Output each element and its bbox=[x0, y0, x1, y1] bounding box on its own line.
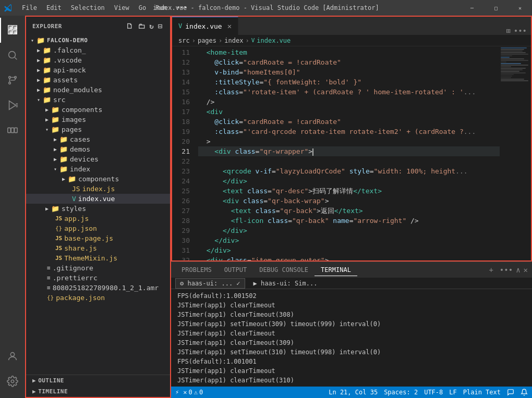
terminal-haas-tab1[interactable]: ⚙ haas-ui: ... ✓ bbox=[175, 278, 245, 289]
tree-item-cases[interactable]: ▶ 📁 cases bbox=[26, 134, 170, 144]
breadcrumb-pages[interactable]: pages bbox=[198, 37, 216, 44]
panel-maximize-icon[interactable]: ∧ bbox=[516, 266, 520, 274]
status-spaces[interactable]: Spaces: 2 bbox=[384, 389, 418, 396]
tree-item-falcon[interactable]: ▶ 📁 .falcon_ bbox=[26, 45, 170, 55]
tab-label: index.vue bbox=[185, 22, 222, 30]
panel-more-button[interactable]: ••• bbox=[500, 266, 513, 274]
tree-item-vscode[interactable]: ▶ 📁 .vscode bbox=[26, 55, 170, 65]
tree-item-devices[interactable]: ▶ 📁 devices bbox=[26, 154, 170, 164]
activity-search[interactable] bbox=[0, 43, 25, 68]
terminal-subtabs: ⚙ haas-ui: ... ✓ ▶ haas-ui: Sim... bbox=[171, 278, 532, 289]
refresh-icon[interactable]: ↻ bbox=[148, 21, 155, 31]
tab-close-button[interactable]: ✕ bbox=[227, 22, 232, 30]
remote-icon: ⚡ bbox=[175, 389, 179, 396]
tree-item-gitignore[interactable]: ▶ ≡ .gitignore bbox=[26, 263, 170, 273]
status-notifications-icon[interactable] bbox=[521, 389, 528, 396]
tree-item-components[interactable]: ▶ 📁 components bbox=[26, 105, 170, 115]
menu-selection[interactable]: Selection bbox=[67, 3, 109, 13]
tree-item-assets[interactable]: ▶ 📁 assets bbox=[26, 75, 170, 85]
panel-tab-debug[interactable]: DEBUG CONSOLE bbox=[253, 264, 315, 276]
outline-section[interactable]: ▶ OUTLINE bbox=[26, 375, 170, 386]
window-title: index.vue - falcon-demo - Visual Studio … bbox=[153, 4, 379, 11]
activity-extensions[interactable] bbox=[0, 118, 25, 143]
warning-icon: ⚠ bbox=[194, 389, 198, 396]
menu-edit[interactable]: Edit bbox=[42, 3, 66, 13]
maximize-button[interactable]: □ bbox=[484, 0, 508, 16]
tree-label: api-mock bbox=[53, 66, 86, 74]
panel-close-icon[interactable]: ✕ bbox=[524, 266, 528, 274]
activity-account[interactable] bbox=[0, 344, 25, 369]
menu-file[interactable]: File bbox=[18, 3, 41, 13]
tree-label: src bbox=[53, 96, 65, 104]
tab-bar: V index.vue ✕ ⊞ ••• bbox=[172, 17, 531, 35]
tree-item-api-mock[interactable]: ▶ 📁 api-mock bbox=[26, 65, 170, 75]
tree-item-base-page-js[interactable]: ▶ JS base-page.js bbox=[26, 233, 170, 243]
activity-source-control[interactable] bbox=[0, 68, 25, 93]
activity-run[interactable] bbox=[0, 93, 25, 118]
tree-item-styles[interactable]: ▶ 📁 styles bbox=[26, 204, 170, 214]
menu-view[interactable]: View bbox=[110, 3, 134, 13]
tree-item-index-components[interactable]: ▶ 📁 components bbox=[26, 174, 170, 184]
new-folder-icon[interactable]: 🗀 bbox=[137, 21, 147, 31]
tree-item-app-js[interactable]: ▶ JS app.js bbox=[26, 214, 170, 223]
terminal-line: JSTimer(app1) clearTimeout(309) bbox=[177, 338, 526, 347]
activity-explorer[interactable] bbox=[0, 18, 25, 43]
collapse-all-icon[interactable]: ⊟ bbox=[157, 21, 164, 31]
activity-settings[interactable] bbox=[0, 369, 25, 394]
tree-item-app-json[interactable]: ▶ {} app.json bbox=[26, 223, 170, 233]
panel-add-button[interactable]: + bbox=[486, 265, 496, 275]
status-eol[interactable]: LF bbox=[449, 389, 456, 396]
panel-tab-terminal[interactable]: TERMINAL bbox=[315, 264, 357, 276]
tree-item-prettierrc[interactable]: ▶ ≡ .prettierrc bbox=[26, 273, 170, 283]
tree-item-theme-mixin-js[interactable]: ▶ JS ThemeMixin.js bbox=[26, 253, 170, 263]
terminal-content[interactable]: FPS(default):1.001502 JSTimer(app1) clea… bbox=[171, 289, 532, 387]
tree-item-demos[interactable]: ▶ 📁 demos bbox=[26, 144, 170, 154]
terminal-line: JSTimer(app1) clearTimeout bbox=[177, 301, 526, 310]
explorer-title: EXPLORER bbox=[32, 23, 62, 30]
tree-item-index-vue[interactable]: ▶ V index.vue bbox=[26, 194, 170, 204]
code-content[interactable]: <home-item @click="cardRoate = !cardRoat… bbox=[194, 46, 500, 260]
vscode-logo bbox=[4, 4, 13, 12]
tree-root[interactable]: ▾ 📁 FALCON-DEMO bbox=[26, 35, 170, 45]
tree-item-index-js[interactable]: ▶ JS index.js bbox=[26, 184, 170, 194]
tree-item-node-modules[interactable]: ▶ 📁 node_modules bbox=[26, 85, 170, 95]
minimize-button[interactable]: ─ bbox=[460, 0, 484, 16]
status-encoding[interactable]: UTF-8 bbox=[424, 389, 443, 396]
tree-item-amr[interactable]: ▶ ≡ 8080251822789980.1_2_1.amr bbox=[26, 283, 170, 293]
tree-item-pages[interactable]: ▾ 📁 pages bbox=[26, 125, 170, 134]
breadcrumb-file[interactable]: index.vue bbox=[257, 37, 291, 44]
new-file-icon[interactable]: 🗋 bbox=[125, 21, 135, 31]
tree-item-src[interactable]: ▾ 📁 src bbox=[26, 95, 170, 105]
tree-item-images[interactable]: ▶ 📁 images bbox=[26, 115, 170, 125]
tree-item-index[interactable]: ▾ 📁 index bbox=[26, 164, 170, 174]
split-editor-icon[interactable]: ⊞ bbox=[506, 27, 510, 35]
breadcrumb-index[interactable]: index bbox=[224, 37, 243, 44]
status-feedback-icon[interactable] bbox=[507, 389, 514, 396]
close-button[interactable]: ✕ bbox=[508, 0, 532, 16]
breadcrumb-vue-icon: V bbox=[251, 37, 255, 44]
panel: PROBLEMS OUTPUT DEBUG CONSOLE TERMINAL +… bbox=[171, 262, 532, 387]
breadcrumb-src[interactable]: src bbox=[178, 37, 190, 44]
timeline-section[interactable]: ▶ TIMELINE bbox=[26, 386, 170, 397]
window-controls: ─ □ ✕ bbox=[460, 0, 532, 16]
more-actions-icon[interactable]: ••• bbox=[514, 27, 527, 35]
root-label: FALCON-DEMO bbox=[47, 37, 88, 44]
svg-rect-11 bbox=[15, 128, 17, 132]
svg-point-0 bbox=[9, 52, 16, 58]
status-language[interactable]: Plain Text bbox=[463, 389, 501, 396]
panel-tab-output[interactable]: OUTPUT bbox=[218, 264, 253, 276]
tree-item-share-js[interactable]: ▶ JS share.js bbox=[26, 243, 170, 253]
terminal-haas-tab2[interactable]: ▶ haas-ui: Sim... bbox=[249, 279, 322, 288]
status-remote[interactable]: ⚡ bbox=[175, 389, 179, 396]
status-left: ⚡ ✕ 0 ⚠ 0 bbox=[175, 389, 203, 396]
status-ln-col[interactable]: Ln 21, Col 35 bbox=[329, 389, 378, 396]
editor-tab-index-vue[interactable]: V index.vue ✕ bbox=[172, 17, 238, 35]
tree-label: base-page.js bbox=[64, 234, 113, 242]
tree-item-package-json[interactable]: ▶ {} package.json bbox=[26, 293, 170, 303]
terminal-line: JSTimer(app1) clearTimeout bbox=[177, 366, 526, 376]
svg-point-14 bbox=[10, 353, 14, 356]
panel-tab-problems[interactable]: PROBLEMS bbox=[175, 264, 218, 276]
status-errors[interactable]: ✕ 0 ⚠ 0 bbox=[183, 389, 203, 396]
menu-go[interactable]: Go bbox=[135, 3, 150, 13]
warning-count: 0 bbox=[199, 389, 203, 396]
